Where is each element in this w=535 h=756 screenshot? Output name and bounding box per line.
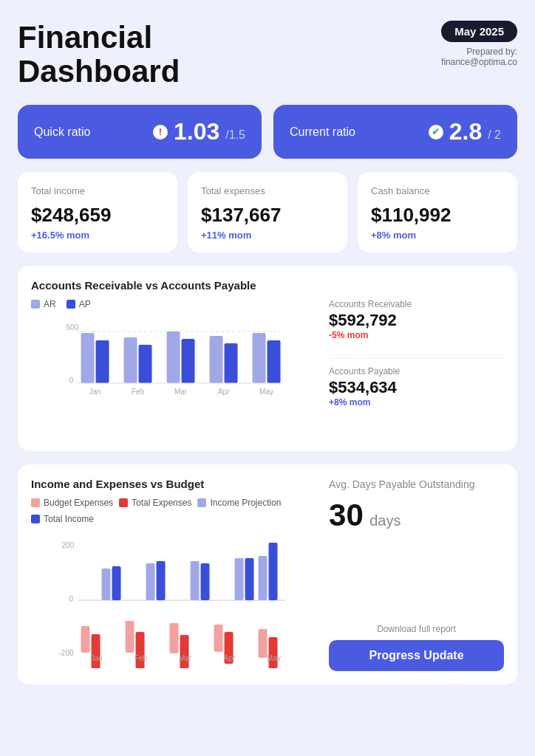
income-legend: Budget Expenses Total Expenses Income Pr… bbox=[31, 498, 311, 524]
date-badge: May 2025 bbox=[441, 21, 517, 42]
svg-rect-28 bbox=[269, 543, 278, 600]
income-label: Total income bbox=[31, 185, 164, 196]
svg-rect-14 bbox=[146, 563, 155, 600]
ar-legend-label: AR bbox=[44, 299, 56, 309]
expenses-label: Total expenses bbox=[201, 185, 334, 196]
quick-ratio-value-wrap: ! 1.03 /1.5 bbox=[153, 118, 245, 145]
current-ratio-target: / 2 bbox=[488, 128, 501, 142]
income-expenses-chart: 200 0 -200 bbox=[31, 532, 311, 668]
legend-ar: AR bbox=[31, 299, 56, 309]
ap-stat-change: +8% mom bbox=[329, 397, 504, 408]
ap-stat-block: Accounts Payable $534,634 +8% mom bbox=[329, 366, 504, 418]
dpo-label: Avg. Days Payable Outstanding bbox=[329, 478, 504, 491]
income-section: Income and Expenses vs Budget Budget Exp… bbox=[18, 464, 517, 684]
title-line2: Dashboard bbox=[18, 54, 180, 89]
ar-stat-block: Accounts Receivable $592,792 -5% mom bbox=[329, 299, 504, 351]
x-label-feb: Feb bbox=[132, 388, 145, 396]
bar-ar-apr bbox=[210, 336, 223, 383]
bar-ar-may bbox=[253, 333, 266, 383]
prepared-by: Prepared by: finance@optima.co bbox=[441, 47, 517, 67]
ar-ap-section: Accounts Receivable vs Accounts Payable … bbox=[18, 266, 517, 451]
dpo-unit: days bbox=[369, 512, 401, 529]
svg-rect-12 bbox=[126, 621, 134, 653]
legend-budget-exp: Budget Expenses bbox=[31, 498, 113, 508]
income-stats: Avg. Days Payable Outstanding 30 days Do… bbox=[321, 478, 504, 671]
x-label-mar: Mar bbox=[174, 388, 188, 396]
x-label-apr: Apr bbox=[218, 388, 230, 396]
svg-text:500: 500 bbox=[67, 323, 79, 331]
svg-rect-10 bbox=[102, 568, 111, 600]
svg-rect-19 bbox=[201, 563, 210, 600]
income-title: Income and Expenses vs Budget bbox=[31, 478, 311, 490]
header-right: May 2025 Prepared by: finance@optima.co bbox=[441, 21, 517, 67]
x-label-may: May bbox=[259, 388, 273, 396]
bar-ap-may bbox=[268, 340, 281, 383]
ap-legend-label: AP bbox=[79, 299, 91, 309]
svg-rect-27 bbox=[259, 556, 268, 600]
bar-ar-mar bbox=[167, 331, 180, 383]
cash-change: +8% mom bbox=[371, 230, 504, 241]
title-line1: Financial bbox=[18, 20, 152, 55]
svg-text:200: 200 bbox=[62, 541, 75, 549]
svg-rect-18 bbox=[191, 561, 200, 600]
ar-ap-chart: 500 0 Jan Feb Mar Apr bbox=[31, 317, 311, 435]
current-ratio-value-wrap: ✔ 2.8 / 2 bbox=[429, 118, 501, 145]
svg-rect-25 bbox=[269, 637, 278, 668]
quick-ratio-card: Quick ratio ! 1.03 /1.5 bbox=[18, 105, 262, 159]
svg-rect-15 bbox=[157, 561, 166, 600]
ap-stat-label: Accounts Payable bbox=[329, 366, 504, 377]
svg-text:Feb: Feb bbox=[134, 654, 148, 662]
cash-label: Cash balance bbox=[371, 185, 504, 196]
current-ratio-label: Current ratio bbox=[290, 126, 355, 139]
ar-ap-stats: Accounts Receivable $592,792 -5% mom Acc… bbox=[321, 279, 504, 438]
ap-dot bbox=[67, 300, 75, 309]
legend-total-exp: Total Expenses bbox=[119, 498, 191, 508]
svg-rect-8 bbox=[81, 626, 90, 653]
dpo-value-row: 30 days bbox=[329, 498, 504, 533]
ar-stat-label: Accounts Receivable bbox=[329, 299, 504, 309]
ar-ap-divider bbox=[329, 358, 504, 359]
ap-stat-value: $534,634 bbox=[329, 378, 504, 397]
bar-ar-jan bbox=[81, 333, 95, 383]
legend-total-income: Total Income bbox=[31, 514, 94, 524]
svg-text:-200: -200 bbox=[59, 649, 74, 657]
ar-ap-legend: AR AP bbox=[31, 299, 311, 309]
svg-text:Jan: Jan bbox=[90, 654, 102, 662]
svg-rect-23 bbox=[245, 558, 254, 600]
stat-card-income: Total income $248,659 +16.5% mom bbox=[18, 172, 177, 252]
download-block: Download full report Progress Update bbox=[329, 624, 504, 671]
expenses-change: +11% mom bbox=[201, 230, 334, 241]
ar-ap-chart-area: Accounts Receivable vs Accounts Payable … bbox=[31, 279, 311, 438]
svg-rect-11 bbox=[112, 566, 121, 600]
svg-rect-13 bbox=[136, 632, 145, 668]
ar-ap-title: Accounts Receivable vs Accounts Payable bbox=[31, 279, 311, 292]
x-label-jan: Jan bbox=[89, 388, 100, 396]
bar-ap-apr bbox=[225, 343, 238, 383]
bar-ap-jan bbox=[96, 340, 109, 383]
svg-rect-20 bbox=[214, 625, 223, 652]
ar-dot bbox=[31, 300, 40, 309]
bar-ap-mar bbox=[182, 339, 195, 383]
current-ratio-value: 2.8 bbox=[449, 118, 482, 145]
ratio-row: Quick ratio ! 1.03 /1.5 Current ratio ✔ … bbox=[18, 105, 517, 159]
quick-ratio-icon: ! bbox=[153, 125, 168, 140]
income-value: $248,659 bbox=[31, 204, 164, 227]
legend-income-proj: Income Projection bbox=[197, 498, 281, 508]
download-label: Download full report bbox=[329, 624, 504, 634]
ar-stat-change: -5% mom bbox=[329, 330, 504, 340]
bar-ap-feb bbox=[139, 345, 152, 383]
stat-card-cash: Cash balance $110,992 +8% mom bbox=[358, 172, 517, 252]
dpo-block: Avg. Days Payable Outstanding 30 days bbox=[329, 478, 504, 532]
svg-text:Mar: Mar bbox=[179, 654, 192, 662]
income-chart-area: Income and Expenses vs Budget Budget Exp… bbox=[31, 478, 311, 671]
current-ratio-icon: ✔ bbox=[429, 125, 443, 140]
stat-row: Total income $248,659 +16.5% mom Total e… bbox=[18, 172, 517, 252]
ar-stat-value: $592,792 bbox=[329, 311, 504, 330]
svg-text:0: 0 bbox=[69, 377, 74, 385]
page-title: Financial Dashboard bbox=[18, 21, 180, 89]
progress-update-button[interactable]: Progress Update bbox=[329, 640, 504, 671]
quick-ratio-value: 1.03 bbox=[174, 118, 219, 145]
svg-rect-22 bbox=[235, 558, 244, 600]
svg-text:May: May bbox=[267, 654, 281, 662]
stat-card-expenses: Total expenses $137,667 +11% mom bbox=[188, 172, 347, 252]
